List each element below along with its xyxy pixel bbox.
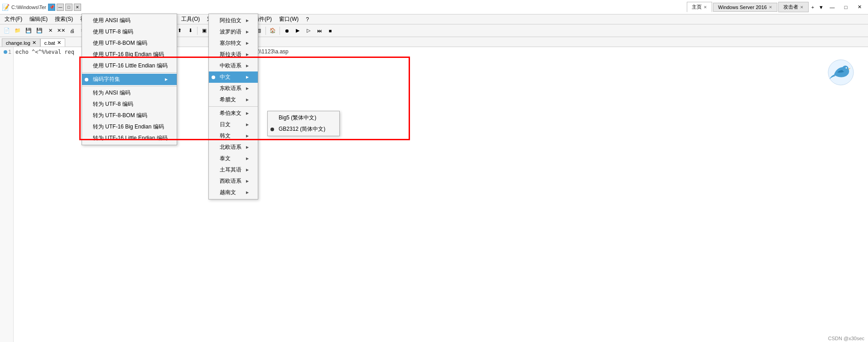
menu-arabic[interactable]: 阿拉伯文: [209, 15, 258, 26]
file-tab-change-log[interactable]: change.log ✕: [2, 38, 40, 47]
menu-celtic[interactable]: 塞尔特文: [209, 38, 258, 49]
menu-to-utf8[interactable]: 转为 UTF-8 编码: [82, 99, 177, 110]
minimize-icon-sm[interactable]: —: [57, 4, 64, 11]
close-button[interactable]: ✕: [853, 2, 866, 12]
tab-windows-server[interactable]: Windows Server 2016 ✕: [713, 3, 777, 12]
close-icon-sm[interactable]: ✕: [74, 4, 81, 11]
menu-turkish-label: 土耳其语: [220, 166, 241, 174]
svg-point-1: [842, 66, 849, 72]
menu-gb2312[interactable]: GB2312 (简体中文): [268, 124, 339, 135]
tb-sep4: [197, 27, 198, 35]
gb2312-bullet: [270, 128, 274, 131]
menu-west-eu-label: 西欧语系: [220, 177, 241, 185]
file-tab-c-bat[interactable]: c.bat ✕: [40, 38, 65, 47]
menu-help[interactable]: ?: [302, 15, 313, 24]
menu-greek-label: 希腊文: [220, 96, 236, 104]
menu-use-utf16be-label: 使用 UTF-16 Big Endian 编码: [93, 51, 164, 58]
file-tab-change-log-label: change.log: [6, 40, 30, 46]
tb-download[interactable]: ⬇: [185, 26, 195, 36]
minimize-button[interactable]: —: [825, 2, 839, 12]
menu-use-utf8bom[interactable]: 使用 UTF-8-BOM 编码: [82, 38, 177, 49]
menu-tools[interactable]: 工具(O): [178, 14, 203, 24]
tb-playstep[interactable]: ▷: [304, 26, 313, 36]
tb-print[interactable]: 🖨: [67, 26, 77, 36]
file-tab-c-bat-close[interactable]: ✕: [57, 40, 61, 46]
tab-attacker-close[interactable]: ✕: [800, 5, 804, 10]
menu-vietnamese[interactable]: 越南文: [209, 187, 258, 198]
menu-central-eu[interactable]: 中欧语系: [209, 60, 258, 71]
menu-west-eu[interactable]: 西欧语系: [209, 176, 258, 187]
pin-icon[interactable]: 📌: [48, 4, 55, 11]
tab-attacker-label: 攻击者: [783, 4, 798, 10]
tab-windows-server-close[interactable]: ✕: [769, 5, 772, 10]
maximize-button[interactable]: □: [839, 2, 853, 12]
tb-sep5: [265, 27, 266, 35]
menu-use-utf16le[interactable]: 使用 UTF-16 Little Endian 编码: [82, 60, 177, 71]
menu-to-ansi[interactable]: 转为 ANSI 编码: [82, 87, 177, 99]
file-tab-change-log-close[interactable]: ✕: [32, 40, 36, 46]
menu-edit[interactable]: 编辑(E): [26, 14, 51, 24]
menu-hebrew[interactable]: 希伯来文: [209, 108, 258, 119]
tb-home[interactable]: 🏠: [268, 26, 278, 36]
tb-closeall[interactable]: ✕✕: [56, 26, 66, 36]
menu-to-ansi-label: 转为 ANSI 编码: [93, 89, 130, 97]
menu-turkish[interactable]: 土耳其语: [209, 164, 258, 176]
menu-use-utf16be[interactable]: 使用 UTF-16 Big Endian 编码: [82, 49, 177, 60]
menu-window[interactable]: 窗口(W): [275, 14, 302, 24]
tb-close[interactable]: ✕: [45, 26, 55, 36]
bird-logo: [827, 59, 854, 86]
tb-new[interactable]: 📄: [2, 26, 12, 36]
tb-saveall[interactable]: 💾: [34, 26, 44, 36]
tab-dropdown[interactable]: ▼: [817, 5, 825, 10]
ctx-sep-3: [209, 106, 258, 107]
menu-to-utf8-label: 转为 UTF-8 编码: [93, 100, 133, 108]
menu-east-eu[interactable]: 东欧语系: [209, 83, 258, 94]
tab-home-close[interactable]: ✕: [704, 5, 707, 10]
title-bar-left: 📝 C:\Windows\Ter 📌 — □ ✕: [2, 4, 687, 11]
ctx-sep-2: [82, 86, 177, 86]
line-num-label-1: 1: [8, 49, 11, 55]
tb-rec[interactable]: ⏺: [282, 26, 292, 36]
menu-use-utf16le-label: 使用 UTF-16 Little Endian 编码: [93, 62, 168, 70]
menu-nordic[interactable]: 北欧语系: [209, 142, 258, 153]
menu-chinese[interactable]: 中文 ▶: [209, 71, 258, 83]
menu-to-utf16be[interactable]: 转为 UTF-16 Big Endian 编码: [82, 121, 177, 133]
menu-to-utf8bom[interactable]: 转为 UTF-8-BOM 编码: [82, 110, 177, 121]
tab-home[interactable]: 主页 ✕: [687, 2, 712, 12]
menu-big5[interactable]: Big5 (繁体中文): [268, 112, 339, 124]
menu-korean-label: 韩文: [220, 132, 231, 140]
menu-cyrillic-label: 斯拉夫语: [220, 51, 241, 58]
menu-cyrillic[interactable]: 斯拉夫语: [209, 49, 258, 60]
tb-play[interactable]: ▶: [293, 26, 303, 36]
line-num-1: 1: [0, 48, 13, 56]
menu-korean[interactable]: 韩文: [209, 130, 258, 142]
tab-add[interactable]: +: [810, 5, 816, 10]
tb-save[interactable]: 💾: [24, 26, 34, 36]
menu-thai[interactable]: 泰文: [209, 153, 258, 164]
tb-sep6: [280, 27, 280, 35]
menu-to-utf16be-label: 转为 UTF-16 Big Endian 编码: [93, 123, 164, 131]
restore-icon-sm[interactable]: □: [65, 4, 72, 11]
code-text-1: echo ^<^%%eval req: [15, 49, 74, 55]
menu-baltic[interactable]: 波罗的语: [209, 26, 258, 38]
menu-file[interactable]: 文件(F): [1, 14, 26, 24]
menu-charset[interactable]: 编码字符集 ▶: [82, 74, 177, 85]
tb-view1[interactable]: ▣: [199, 26, 209, 36]
tb-stopplay[interactable]: ■: [325, 26, 335, 36]
encoding-context-menu: 使用 ANSI 编码 使用 UTF-8 编码 使用 UTF-8-BOM 编码 使…: [82, 14, 177, 145]
menu-use-utf8[interactable]: 使用 UTF-8 编码: [82, 26, 177, 38]
menu-search[interactable]: 搜索(S): [51, 14, 77, 24]
line-dot-1: [4, 50, 7, 54]
chinese-arrow: ▶: [246, 75, 249, 79]
menu-use-utf8-label: 使用 UTF-8 编码: [93, 28, 133, 36]
menu-japanese[interactable]: 日文: [209, 119, 258, 130]
tb-open[interactable]: 📁: [13, 26, 23, 36]
menu-greek[interactable]: 希腊文: [209, 94, 258, 105]
menu-to-utf16le[interactable]: 转为 UTF-16 Little Endian 编码: [82, 133, 177, 144]
tb-playend[interactable]: ⏭: [314, 26, 324, 36]
menu-use-ansi[interactable]: 使用 ANSI 编码: [82, 15, 177, 26]
tab-attacker[interactable]: 攻击者 ✕: [778, 2, 809, 12]
menu-chinese-label: 中文: [220, 73, 231, 81]
tab-windows-server-label: Windows Server 2016: [718, 5, 767, 10]
menu-baltic-label: 波罗的语: [220, 28, 241, 36]
